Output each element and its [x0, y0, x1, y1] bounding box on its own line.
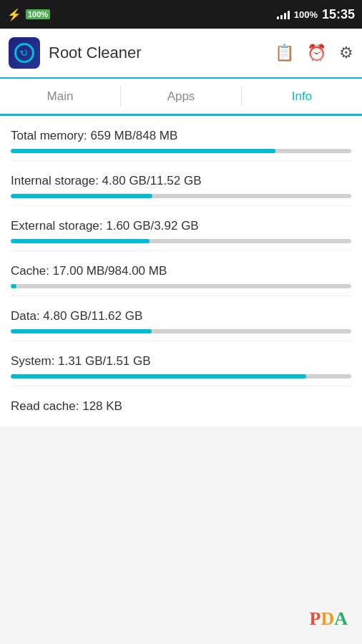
- progress-bar-fill: [11, 329, 152, 333]
- info-row: External storage: 1.60 GB/3.92 GB: [11, 206, 351, 251]
- info-row: Internal storage: 4.80 GB/11.52 GB: [11, 161, 351, 206]
- pda-d-letter: D: [321, 608, 334, 630]
- progress-bar-fill: [11, 239, 150, 243]
- progress-bar-bg: [11, 374, 351, 379]
- info-row: Total memory: 659 MB/848 MB: [11, 116, 351, 161]
- progress-bar-bg: [11, 194, 351, 198]
- status-bar: ⚡ 100% 100% 15:35: [0, 0, 362, 29]
- status-left: ⚡ 100%: [7, 8, 50, 21]
- progress-bar-fill: [11, 194, 152, 198]
- info-row-label: Total memory: 659 MB/848 MB: [11, 129, 351, 143]
- header-icons: 📋 ⏰ ⚙: [275, 44, 353, 62]
- info-row: Data: 4.80 GB/11.62 GB: [11, 296, 351, 341]
- document-icon[interactable]: 📋: [275, 44, 294, 62]
- pda-logo: P D A: [310, 608, 348, 630]
- info-row-label: System: 1.31 GB/1.51 GB: [11, 354, 351, 369]
- signal-icon: [277, 9, 290, 19]
- info-row-label: Cache: 17.00 MB/984.00 MB: [11, 264, 351, 278]
- progress-bar-fill: [11, 374, 306, 379]
- time-display: 15:35: [322, 7, 355, 22]
- info-row-label: Data: 4.80 GB/11.62 GB: [11, 309, 351, 323]
- tab-apps[interactable]: Apps: [121, 79, 241, 116]
- pda-a-letter: A: [334, 608, 348, 630]
- info-row: Cache: 17.00 MB/984.00 MB: [11, 251, 351, 296]
- info-row: Read cache: 128 KB: [11, 386, 351, 426]
- recycle-icon: ↻: [18, 46, 31, 60]
- pda-p-letter: P: [310, 608, 321, 630]
- app-title: Root Cleaner: [49, 44, 266, 62]
- usb-icon: ⚡: [7, 8, 21, 21]
- tab-bar: Main Apps Info: [0, 79, 362, 116]
- app-header: ↻ Root Cleaner 📋 ⏰ ⚙: [0, 29, 362, 79]
- battery-percent: 100%: [294, 9, 318, 20]
- status-right: 100% 15:35: [277, 7, 355, 22]
- clock-icon[interactable]: ⏰: [307, 44, 326, 62]
- app-logo-inner: ↻: [14, 43, 34, 63]
- info-row-label: Internal storage: 4.80 GB/11.52 GB: [11, 174, 351, 188]
- progress-bar-fill: [11, 149, 275, 153]
- progress-bar-fill: [11, 284, 16, 288]
- tab-main[interactable]: Main: [0, 79, 120, 116]
- progress-bar-bg: [11, 149, 351, 153]
- tab-info[interactable]: Info: [242, 79, 362, 116]
- settings-icon[interactable]: ⚙: [339, 44, 353, 62]
- info-row-label: Read cache: 128 KB: [11, 399, 351, 414]
- progress-bar-bg: [11, 284, 351, 288]
- app-logo: ↻: [9, 37, 40, 69]
- info-row: System: 1.31 GB/1.51 GB: [11, 341, 351, 386]
- progress-bar-bg: [11, 239, 351, 243]
- pda-logo-area: P D A: [310, 608, 348, 630]
- info-content: Total memory: 659 MB/848 MBInternal stor…: [0, 116, 362, 426]
- progress-bar-bg: [11, 329, 351, 333]
- battery-icon: 100%: [26, 9, 50, 19]
- info-row-label: External storage: 1.60 GB/3.92 GB: [11, 219, 351, 233]
